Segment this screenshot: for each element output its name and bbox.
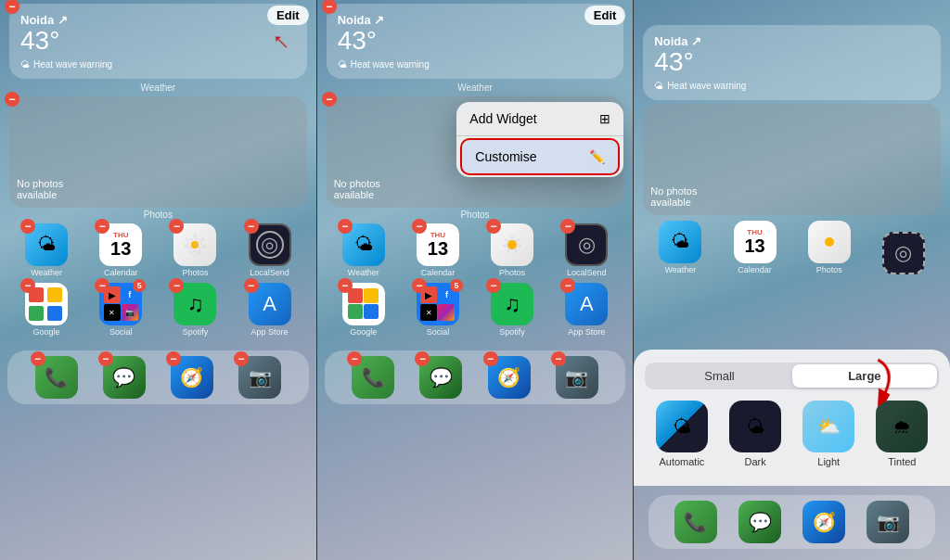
panel3: No SIM 12:38 PM ✈ 81% 🔋 Noida ↗ 43° 🌤 He… xyxy=(634,0,950,560)
dock-phone-2[interactable]: − 📞 xyxy=(352,356,394,399)
theme-dark-label: Dark xyxy=(744,456,765,467)
app-grid-panel2: − 🌤 Weather − THU 13 Calendar − Photos xyxy=(317,223,634,337)
theme-tinted[interactable]: 🌧 Tinted xyxy=(876,401,928,467)
weather-temp-2: 43° xyxy=(338,27,613,56)
photos-widget-panel3: No photosavailable xyxy=(643,104,941,215)
weather-temp: 43° xyxy=(20,27,296,56)
localsend-app-label: LocalSend xyxy=(250,268,289,277)
app-row-2: − Google − ▶ f ✕ 📷 xyxy=(9,283,307,337)
minus-badge-dock-saf[interactable]: − xyxy=(166,351,181,366)
minus-badge-as[interactable]: − xyxy=(244,278,259,293)
dock-messages-2[interactable]: − 💬 xyxy=(419,356,462,399)
weather-location: Noida ↗ xyxy=(20,13,296,27)
theme-automatic[interactable]: 🌤 Automatic xyxy=(656,401,708,467)
dock-messages[interactable]: − 💬 xyxy=(103,356,146,399)
weather-label: Weather xyxy=(9,83,307,93)
app-row-panel3: 🌤 Weather THU 13 Calendar Photos ◎ xyxy=(634,217,950,274)
appstore-app-item[interactable]: − A App Store xyxy=(249,283,291,337)
minus-badge-weather2[interactable]: − xyxy=(322,0,337,14)
app-row-p2-1: − 🌤 Weather − THU 13 Calendar − Photos xyxy=(327,223,624,277)
minus-badge-dock-ph[interactable]: − xyxy=(31,351,45,366)
weather-app-label: Weather xyxy=(31,268,62,277)
app-row-p2-2: − Google − ▶ f ✕ xyxy=(327,283,624,337)
panel1: Edit ↑ − Noida ↗ 43° 🌤 Heat wave warning… xyxy=(0,0,317,560)
minus-badge-dock-cam[interactable]: − xyxy=(234,351,249,366)
calendar-app-p2[interactable]: − THU 13 Calendar xyxy=(417,223,459,277)
theme-light[interactable]: ⛅ Light xyxy=(802,401,854,467)
weather-app-p2[interactable]: − 🌤 Weather xyxy=(342,223,385,277)
tab-small[interactable]: Small xyxy=(647,364,791,388)
customise-menu-item[interactable]: Customise ✏️ xyxy=(460,138,620,175)
spotify-app-label: Spotify xyxy=(183,327,209,337)
calendar-app-label: Calendar xyxy=(104,268,138,277)
photos-app-p2[interactable]: − Photos xyxy=(491,223,533,277)
theme-automatic-label: Automatic xyxy=(659,456,704,467)
dock-phone[interactable]: − 📞 xyxy=(35,356,78,399)
weather-widget-panel3: Noida ↗ 43° 🌤 Heat wave warning xyxy=(643,25,941,100)
google-app-item[interactable]: − Google xyxy=(25,283,68,337)
spotify-app-p2[interactable]: − ♫ Spotify xyxy=(491,283,533,337)
theme-tinted-label: Tinted xyxy=(888,456,916,467)
google-app-label: Google xyxy=(33,327,60,337)
dock-safari-3[interactable]: 🧭 xyxy=(802,501,845,543)
photos-app-p3[interactable]: Photos xyxy=(808,221,851,274)
photos-app-item[interactable]: − Photos xyxy=(173,223,216,277)
appstore-app-label: App Store xyxy=(251,327,289,337)
app-row-1: − 🌤 Weather − THU 13 Calendar − xyxy=(9,223,307,277)
spotify-app-item[interactable]: − ♫ Spotify xyxy=(173,283,216,337)
photos-no-photos: No photosavailable xyxy=(17,178,63,200)
weather-label-2: Weather xyxy=(327,83,624,93)
dock-camera-2[interactable]: − 📷 xyxy=(556,356,598,399)
customise-icon: ✏️ xyxy=(589,149,605,164)
weather-app-p3[interactable]: 🌤 Weather xyxy=(659,221,701,274)
minus-badge-cal[interactable]: − xyxy=(95,219,109,234)
calendar-app-item[interactable]: − THU 13 Calendar xyxy=(99,223,142,277)
localsend-app-p3[interactable]: ◎ xyxy=(882,232,925,274)
photos-label: Photos xyxy=(9,210,307,220)
photos-widget-panel1: No photosavailable xyxy=(9,96,307,208)
weather-location-2: Noida ↗ xyxy=(338,13,613,27)
theme-dark[interactable]: 🌤 Dark xyxy=(729,401,781,467)
social-app-p2[interactable]: − ▶ f ✕ 5 Social xyxy=(417,283,459,337)
dock-camera-3[interactable]: 📷 xyxy=(867,501,909,543)
social-app-item[interactable]: − ▶ f ✕ 📷 5 Social xyxy=(99,283,142,337)
dock-messages-3[interactable]: 💬 xyxy=(738,501,781,543)
add-widget-menu-item[interactable]: Add Widget ⊞ xyxy=(456,102,623,135)
minus-badge-dock-msg[interactable]: − xyxy=(98,351,113,366)
minus-badge-photos[interactable]: − xyxy=(5,92,19,107)
localsend-app-item[interactable]: − ◎ LocalSend xyxy=(249,223,291,277)
minus-badge-w[interactable]: − xyxy=(20,219,35,234)
weather-warning: 🌤 Heat wave warning xyxy=(20,59,296,70)
dock-panel2: − 📞 − 💬 − 🧭 − 📷 xyxy=(325,350,626,404)
edit-button-panel2[interactable]: Edit xyxy=(584,6,626,25)
dock-phone-3[interactable]: 📞 xyxy=(674,501,717,543)
calendar-app-p3[interactable]: THU 13 Calendar xyxy=(734,221,777,274)
dock-safari-2[interactable]: − 🧭 xyxy=(488,356,531,399)
weather-app-item[interactable]: − 🌤 Weather xyxy=(25,223,68,277)
minus-badge-ls[interactable]: − xyxy=(244,219,259,234)
menu-divider xyxy=(456,135,623,136)
widgets-area-panel3: Noida ↗ 43° 🌤 Heat wave warning No photo… xyxy=(634,21,950,215)
appstore-app-p2[interactable]: − A App Store xyxy=(565,283,608,337)
weather-warning-2: 🌤 Heat wave warning xyxy=(338,59,613,70)
svg-point-2 xyxy=(507,240,517,249)
app-grid-panel1: − 🌤 Weather − THU 13 Calendar − xyxy=(0,223,316,337)
edit-button-panel1[interactable]: Edit xyxy=(267,6,309,25)
google-app-p2[interactable]: − Google xyxy=(342,283,385,337)
minus-badge-g[interactable]: − xyxy=(20,278,35,293)
minus-badge-photos2[interactable]: − xyxy=(322,92,337,107)
dock-camera[interactable]: − 📷 xyxy=(238,356,281,399)
photos-no-photos-2: No photosavailable xyxy=(334,178,380,200)
dock-safari[interactable]: − 🧭 xyxy=(171,356,213,399)
photos-no-photos-3: No photosavailable xyxy=(650,185,697,208)
theme-dark-icon: 🌤 xyxy=(729,401,781,452)
dock-panel1: − 📞 − 💬 − 🧭 − 📷 xyxy=(7,350,309,404)
weather-icon: 🌤 xyxy=(20,59,30,70)
context-menu[interactable]: Add Widget ⊞ Customise ✏️ xyxy=(456,102,623,177)
localsend-app-p2[interactable]: − ◎ LocalSend xyxy=(565,223,608,277)
add-widget-icon: ⊞ xyxy=(599,111,610,126)
weather-icon-2: 🌤 xyxy=(338,59,347,70)
minus-badge-soc[interactable]: − xyxy=(95,278,109,293)
weather-widget-panel2: Noida ↗ 43° 🌤 Heat wave warning xyxy=(327,4,624,79)
theme-tinted-icon: 🌧 xyxy=(876,401,928,452)
